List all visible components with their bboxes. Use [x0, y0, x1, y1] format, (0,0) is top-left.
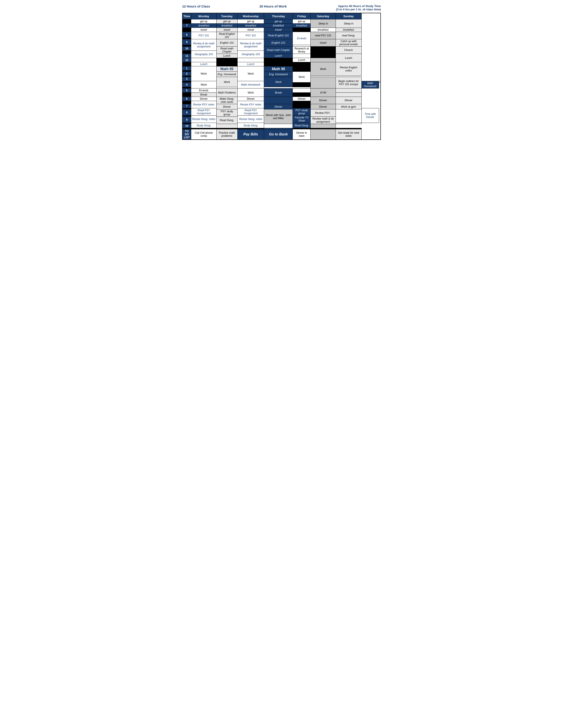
time-6: 6: [182, 97, 191, 101]
cell-mon-errands5: Errands: [191, 88, 216, 93]
cell-sat-work: Work: [311, 62, 336, 76]
cell-wed-revisepsy6: Revise PSY notes: [237, 101, 264, 108]
cell-fri-empty3: [293, 54, 311, 58]
cell-mon-empty12: [191, 58, 216, 62]
table-row: travel travel travel travel breakfast br…: [182, 28, 381, 32]
col-monday: Monday: [191, 13, 216, 19]
col-thursday: Thursday: [264, 13, 293, 19]
cell-sun-dinner6: Dinner: [336, 97, 362, 104]
time-10: 10: [182, 47, 191, 51]
cell-wed-todo: Pay Bills: [237, 129, 264, 140]
col-friday: Friday: [293, 13, 311, 19]
header-left: 12 Hours of Class: [182, 4, 210, 8]
cell-sat-breakfast: breakfast: [311, 28, 336, 32]
cell-tue-todo: Practice math problems: [216, 129, 237, 140]
cell-wed-psy101: PSY 101: [237, 32, 264, 39]
cell-wed-travel: travel: [237, 28, 264, 32]
cell-sat-dinner6: Dinner: [311, 97, 336, 104]
cell-thu-enghw: Eng. Homework: [264, 72, 293, 77]
table-row: Lunch Lunch Work Revise English notes: [182, 62, 381, 66]
cell-fri-breakfast: breakfast: [293, 24, 311, 28]
cell-thu-favtv8: Favorite TV Show: [293, 116, 311, 123]
cell-tue-psystudy8: PSY study group: [216, 109, 237, 117]
cell-sat-empty10: [311, 124, 336, 128]
cell-thu-travel: travel: [264, 28, 293, 32]
time-3: 3: [182, 77, 191, 81]
cell-tue-getup: get up: [216, 19, 237, 24]
page-header: 12 Hours of Class 20 Hours of Work Appro…: [182, 4, 381, 11]
cell-thu-english101b: English 101: [264, 39, 293, 47]
cell-fri-errands: Errands: [293, 32, 311, 45]
cell-fri-timewith7: Time with friends: [362, 108, 379, 123]
cell-fri-empty5: [293, 88, 311, 93]
cell-wed-revisegeog8: Revise Geog. notes: [237, 116, 264, 123]
cell-sat-todo: [311, 129, 336, 140]
time-8b: 8: [182, 109, 191, 116]
cell-thu-english101: Read English 101: [264, 32, 293, 39]
cell-wed-lunch1: Lunch: [237, 62, 264, 66]
todo-row: TO DO LIST Call Cell phone comp Practice…: [182, 129, 381, 140]
cell-thu-math95: Math 95: [264, 66, 293, 72]
cell-tue-enghw: Eng. Homework: [216, 72, 237, 77]
cell-tue-breakfast: breakfast: [216, 24, 237, 28]
time-5: 5: [182, 88, 191, 93]
table-row: 8 PSY 101 Read English 101 PSY 101 Read …: [182, 32, 381, 38]
time-7: 7: [182, 24, 191, 28]
cell-fri-black4: [293, 82, 311, 87]
cell-wed-work1: Work: [237, 66, 264, 81]
cell-tue-english101: Read English 101: [216, 32, 237, 39]
time-empty: [182, 51, 191, 54]
col-time: Time: [182, 13, 191, 19]
cell-fri-empty9: [336, 123, 362, 124]
cell-thu-lunch: Lunch: [264, 54, 293, 58]
cell-wed-dinner6: Dinner: [237, 97, 264, 101]
col-wednesday: Wednesday: [237, 13, 264, 19]
cell-sun-revise-eng: Revise English notes: [336, 62, 362, 76]
time-11: 11: [182, 54, 191, 58]
cell-wed-readpsy7: Read PSY Assignment: [237, 108, 264, 116]
cell-wed-review-math: Review & do math assignment: [237, 39, 264, 51]
cell-fri-black5: [293, 93, 311, 97]
cell-mon-work1: Work: [191, 66, 216, 81]
cell-fri-black6: [293, 101, 311, 104]
cell-tue-travel: travel: [216, 28, 237, 32]
time-9: 9: [182, 39, 191, 45]
cell-thu-todo: Go to Bank: [264, 129, 293, 140]
cell-sun-readgeog: read Geog.: [336, 32, 362, 39]
time-1: 1: [182, 66, 191, 71]
cell-sun-reviewmath: Review math & do assignment: [311, 117, 336, 124]
cell-mon-todo: Call Cell phone comp: [191, 129, 216, 140]
cell-fri-getup: get up: [293, 19, 311, 24]
cell-tue-empty10: [216, 124, 237, 128]
cell-sat-black: [311, 54, 336, 58]
col-tuesday: Tuesday: [216, 13, 237, 19]
cell-sun-todo: Get ready for next week: [336, 129, 362, 140]
cell-wed-empty12: [237, 58, 264, 62]
cell-wed-geog103: Geography 103: [237, 51, 264, 58]
cell-sun-workatgym: Work at gym: [336, 104, 362, 109]
time-empty: [182, 38, 191, 39]
time-empty: [182, 45, 191, 47]
cell-fri-lunch12: Lunch: [293, 58, 311, 62]
cell-sat-empty: [311, 47, 336, 51]
cell-mon-breakfast: breakfast: [191, 24, 216, 28]
cell-sat-empty2: [311, 51, 336, 54]
cell-sun-catchup: Catch up with personal emails: [336, 39, 362, 47]
cell-tue-math95top: [216, 62, 237, 66]
cell-tue-readmath: Read math Chapter: [216, 47, 237, 54]
cell-sat-empty12: [311, 58, 336, 62]
col-sunday: Sunday: [336, 13, 362, 19]
cell-sun-breakfast: breakfast: [336, 28, 362, 32]
cell-mon-revisegeog8: Revise Geog. notes: [191, 116, 216, 123]
cell-sun-sleepin: Sleep in: [336, 19, 362, 28]
cell-mon-readpsy7: Read PSY Assignment: [191, 108, 216, 116]
table-row: 9 Review & do math assignment English 10…: [182, 39, 381, 45]
header-right: Approx 40 Hours of Study Time (3 to 4 hr…: [336, 4, 381, 11]
cell-thu-black12: [264, 58, 293, 62]
cell-sun-church: Church: [336, 47, 362, 54]
cell-sat-readpsy: read PSY 101: [311, 32, 336, 39]
time-empty: [182, 19, 191, 24]
time-4: 4: [182, 82, 191, 87]
cell-wed-getup: get up: [237, 19, 264, 24]
cell-mon-review-math: Review & do math assignment: [191, 39, 216, 51]
